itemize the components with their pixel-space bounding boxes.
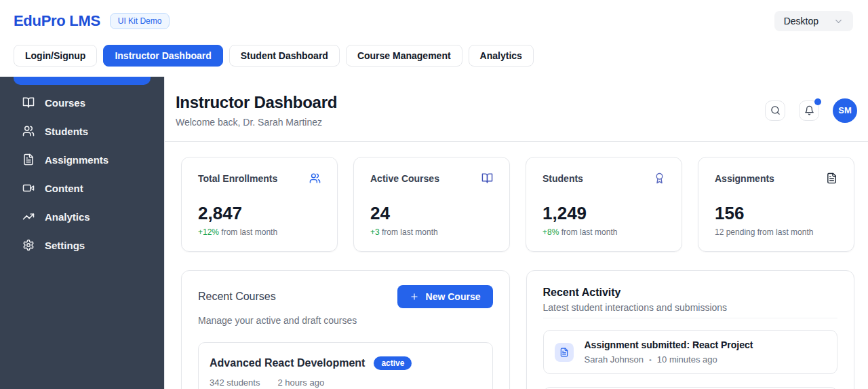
stats-grid: Total Enrollments 2,847 +12% from last m… xyxy=(165,142,868,252)
course-name: Advanced React Development xyxy=(210,357,365,369)
book-open-icon xyxy=(22,96,35,109)
recent-courses-panel: Recent Courses New Course Manage your ac… xyxy=(181,270,510,389)
plus-icon xyxy=(410,292,419,301)
dashboard-titles: Instructor Dashboard Welcome back, Dr. S… xyxy=(176,93,337,128)
stat-value: 1,249 xyxy=(542,203,665,224)
sidebar-item-assignments[interactable]: Assignments xyxy=(14,148,151,171)
course-list-item[interactable]: Advanced React Development active 342 st… xyxy=(198,342,493,389)
users-icon xyxy=(309,172,321,184)
sidebar-active-item-clipped[interactable] xyxy=(14,77,151,85)
bullet-separator: • xyxy=(649,356,652,364)
sidebar-item-label: Settings xyxy=(45,240,85,251)
course-status-badge: active xyxy=(374,356,412,370)
bottom-grid: Recent Courses New Course Manage your ac… xyxy=(181,270,854,389)
activity-student-name: Sarah Johnson xyxy=(585,354,644,365)
file-text-icon xyxy=(22,153,35,166)
tab-course-management[interactable]: Course Management xyxy=(346,45,462,67)
activity-time: 10 minutes ago xyxy=(657,354,717,365)
activity-meta: Sarah Johnson • 10 minutes ago xyxy=(585,354,753,365)
activity-text: Assignment submitted: React Project Sara… xyxy=(585,339,753,365)
activity-list-item[interactable]: Assignment submitted: React Project Sara… xyxy=(543,330,838,374)
sidebar-item-students[interactable]: Students xyxy=(14,119,151,143)
avatar[interactable]: SM xyxy=(833,98,857,123)
main-content: Instructor Dashboard Welcome back, Dr. S… xyxy=(164,77,868,389)
viewport-select-value: Desktop xyxy=(784,16,818,26)
recent-activity-subtitle: Latest student interactions and submissi… xyxy=(543,302,838,313)
app-frame: Courses Students Assignments Content Ana xyxy=(0,77,868,389)
video-icon xyxy=(22,182,35,194)
recent-activity-title: Recent Activity xyxy=(543,286,838,299)
stat-card-active-courses: Active Courses 24 +3 from last month xyxy=(353,157,510,252)
new-course-button[interactable]: New Course xyxy=(397,285,493,308)
bell-icon xyxy=(804,105,814,115)
gear-icon xyxy=(22,239,35,251)
sidebar-item-label: Courses xyxy=(45,97,85,109)
search-icon xyxy=(770,105,781,115)
top-header: EduPro LMS UI Kit Demo Desktop xyxy=(0,0,868,41)
stat-change: +8% from last month xyxy=(542,227,665,237)
sidebar-item-courses[interactable]: Courses xyxy=(14,91,151,114)
chevron-down-icon xyxy=(833,16,844,26)
course-students-count: 342 students xyxy=(210,377,260,388)
ui-kit-badge: UI Kit Demo xyxy=(110,13,170,29)
search-button[interactable] xyxy=(765,100,785,121)
stat-value: 2,847 xyxy=(198,203,321,224)
sidebar-item-analytics[interactable]: Analytics xyxy=(14,205,151,228)
tab-login-signup[interactable]: Login/Signup xyxy=(14,45,97,67)
file-text-icon xyxy=(826,172,837,184)
notification-dot xyxy=(814,98,821,105)
file-text-icon xyxy=(555,343,574,362)
header-actions: SM xyxy=(765,98,857,123)
sidebar: Courses Students Assignments Content Ana xyxy=(0,77,164,389)
stat-value: 24 xyxy=(370,203,493,224)
sidebar-item-label: Assignments xyxy=(45,154,108,166)
recent-courses-subtitle: Manage your active and draft courses xyxy=(198,315,493,326)
stat-card-students: Students 1,249 +8% from last month xyxy=(526,157,682,252)
stat-change: 12 pending from last month xyxy=(715,227,837,237)
stat-label: Assignments xyxy=(715,173,774,184)
book-open-icon xyxy=(481,172,493,184)
app-logo: EduPro LMS xyxy=(14,12,100,30)
stat-change: +3 from last month xyxy=(370,227,493,237)
users-icon xyxy=(22,125,35,137)
page-title: Instructor Dashboard xyxy=(176,93,337,112)
brand: EduPro LMS UI Kit Demo xyxy=(14,12,170,30)
course-updated-time: 2 hours ago xyxy=(277,377,324,388)
recent-courses-title: Recent Courses xyxy=(198,291,276,303)
dashboard-header: Instructor Dashboard Welcome back, Dr. S… xyxy=(165,77,868,142)
notifications-button[interactable] xyxy=(799,100,819,121)
stat-value: 156 xyxy=(715,203,837,224)
sidebar-item-label: Students xyxy=(45,126,88,137)
activity-title: Assignment submitted: React Project xyxy=(585,339,753,350)
sidebar-item-label: Analytics xyxy=(45,211,90,223)
welcome-message: Welcome back, Dr. Sarah Martinez xyxy=(176,117,337,128)
tab-analytics[interactable]: Analytics xyxy=(469,45,534,67)
demo-tab-bar: Login/Signup Instructor Dashboard Studen… xyxy=(0,41,868,77)
tab-student-dashboard[interactable]: Student Dashboard xyxy=(229,45,340,67)
stat-card-total-enrollments: Total Enrollments 2,847 +12% from last m… xyxy=(181,157,338,252)
recent-activity-panel: Recent Activity Latest student interacti… xyxy=(526,270,855,389)
divider xyxy=(543,318,838,318)
viewport-select-dropdown[interactable]: Desktop xyxy=(774,11,853,31)
stat-label: Students xyxy=(542,173,583,184)
stat-label: Active Courses xyxy=(370,173,439,184)
stat-card-assignments: Assignments 156 12 pending from last mon… xyxy=(698,157,854,252)
sidebar-item-content[interactable]: Content xyxy=(14,177,151,200)
trending-up-icon xyxy=(22,210,35,223)
stat-label: Total Enrollments xyxy=(198,173,277,184)
sidebar-item-label: Content xyxy=(45,183,83,194)
tab-instructor-dashboard[interactable]: Instructor Dashboard xyxy=(103,45,222,67)
stat-change: +12% from last month xyxy=(198,227,321,237)
course-meta: 342 students 2 hours ago xyxy=(210,377,481,388)
sidebar-item-settings[interactable]: Settings xyxy=(14,234,151,257)
award-icon xyxy=(654,172,665,184)
